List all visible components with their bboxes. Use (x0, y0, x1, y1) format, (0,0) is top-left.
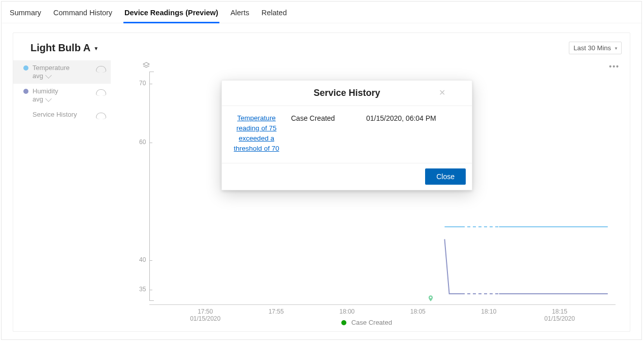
x-tick: 18:05 (410, 308, 426, 315)
tab-summary[interactable]: Summary (9, 9, 42, 23)
x-tick: 18:00 (339, 308, 355, 315)
legend-item-service-history[interactable]: Service History (13, 107, 111, 123)
close-icon[interactable]: ✕ (439, 88, 445, 97)
time-range-select[interactable]: Last 30 Mins (569, 42, 622, 54)
tab-device-readings[interactable]: Device Readings (Preview) (123, 9, 219, 23)
tab-command-history[interactable]: Command History (52, 9, 113, 23)
time-range-label: Last 30 Mins (573, 44, 611, 52)
close-button[interactable]: Close (425, 168, 466, 185)
more-actions-icon[interactable]: ••• (609, 62, 620, 71)
caret-down-icon: ▼ (93, 46, 99, 51)
series-legend: Temperature avg Humidity (13, 58, 111, 335)
modal-footer: Close (222, 163, 472, 190)
chevron-down-icon (45, 72, 52, 79)
legend-label: Temperature (33, 64, 70, 72)
y-tick: 60 (139, 139, 146, 146)
legend-sublabel: avg (33, 72, 43, 80)
y-tick: 35 (139, 286, 146, 293)
series-color-dot (23, 65, 28, 71)
tab-related[interactable]: Related (261, 9, 288, 23)
card-header: Light Bulb A ▼ Last 30 Mins (13, 33, 630, 58)
event-link[interactable]: Temperature reading of 75 exceeded a thr… (234, 114, 279, 152)
visibility-toggle-icon[interactable] (96, 89, 106, 96)
y-tick: 40 (139, 256, 146, 263)
event-legend-label: Case Created (351, 319, 392, 326)
legend-text: Humidity avg (33, 87, 58, 104)
visibility-toggle-icon[interactable] (96, 113, 106, 119)
legend-text: Temperature avg (33, 64, 70, 80)
service-history-modal: Service History ✕ Temperature reading of… (221, 80, 472, 190)
modal-header: Service History ✕ (222, 81, 472, 106)
app-frame: Summary Command History Device Readings … (1, 1, 642, 340)
device-title: Light Bulb A (30, 42, 90, 54)
tab-bar: Summary Command History Device Readings … (2, 2, 641, 23)
legend-text: Service History (33, 111, 77, 119)
series-color-dot (23, 89, 28, 94)
x-tick: 17:55 (269, 308, 284, 315)
legend-item-humidity[interactable]: Humidity avg (13, 84, 111, 107)
event-legend-dot (341, 320, 346, 325)
legend-label: Service History (33, 111, 77, 118)
event-legend: Case Created (113, 319, 621, 326)
legend-item-temperature[interactable]: Temperature avg (13, 60, 111, 84)
x-axis: 17:5001/15/202017:5518:0018:0518:1018:15… (149, 304, 616, 305)
modal-title: Service History (313, 88, 380, 98)
event-type: Case Created (291, 113, 357, 154)
event-timestamp: 01/15/2020, 06:04 PM (366, 113, 463, 154)
layers-icon[interactable] (142, 61, 150, 68)
chevron-down-icon (45, 95, 52, 102)
y-tick: 70 (139, 80, 146, 87)
x-tick: 18:10 (481, 308, 496, 315)
legend-sublabel: avg (33, 95, 43, 104)
legend-label: Humidity (33, 87, 58, 95)
device-selector[interactable]: Light Bulb A ▼ (30, 42, 99, 54)
tab-alerts[interactable]: Alerts (230, 9, 250, 23)
event-marker-icon[interactable] (427, 294, 434, 303)
modal-body: Temperature reading of 75 exceeded a thr… (222, 106, 472, 163)
visibility-toggle-icon[interactable] (96, 66, 106, 73)
